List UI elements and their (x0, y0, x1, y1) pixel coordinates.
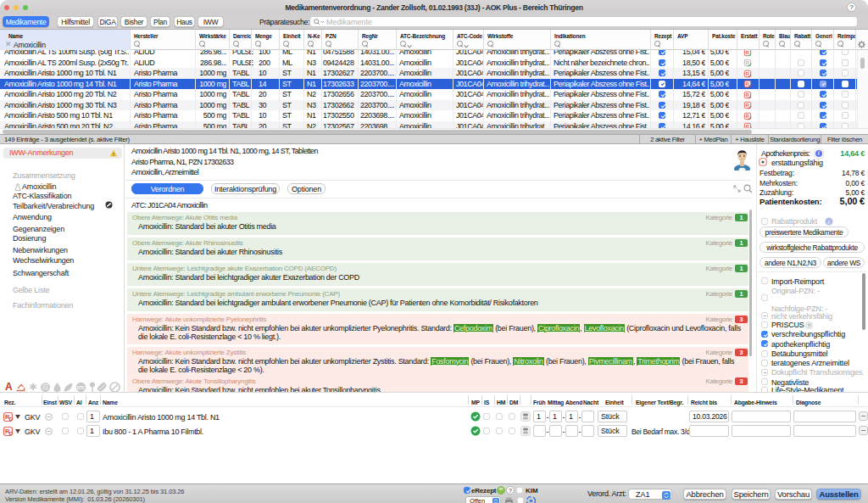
svg-text:!: ! (113, 152, 114, 157)
svg-text:OTC: OTC (77, 385, 86, 389)
svg-text:i: i (818, 150, 820, 156)
svg-text:?: ? (808, 322, 810, 327)
svg-text:R: R (5, 428, 10, 435)
svg-text:R: R (5, 413, 10, 421)
